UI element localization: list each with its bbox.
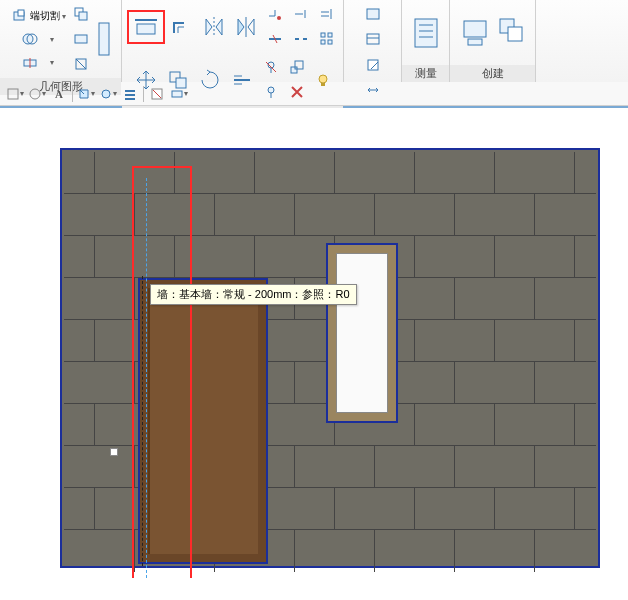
- svg-point-16: [277, 16, 281, 20]
- ribbon: 端切割 ▾ ▾ ▾: [0, 0, 628, 108]
- view-btn-3[interactable]: [361, 53, 385, 77]
- svg-rect-43: [367, 9, 379, 19]
- svg-rect-66: [172, 91, 182, 97]
- svg-rect-56: [468, 39, 482, 45]
- svg-point-41: [319, 75, 327, 83]
- ribbon-panel-measure: 测量: [402, 0, 450, 82]
- split-geometry-button[interactable]: ▾: [9, 51, 67, 73]
- mirror-pick-button[interactable]: [199, 12, 229, 42]
- geo-tool-2[interactable]: [69, 27, 93, 51]
- cut-label: 端切割: [30, 9, 60, 23]
- create-button-1[interactable]: [458, 9, 492, 57]
- opt-btn-4[interactable]: [99, 85, 117, 103]
- split-element-button[interactable]: [263, 27, 287, 51]
- svg-rect-42: [321, 83, 325, 86]
- panel-label-create: 创建: [450, 65, 535, 82]
- geo-tool-3[interactable]: [69, 52, 93, 76]
- view-btn-2[interactable]: [361, 27, 385, 51]
- svg-rect-27: [321, 40, 325, 44]
- svg-rect-13: [137, 24, 155, 34]
- highlighted-tool: [127, 10, 165, 44]
- svg-rect-55: [464, 21, 486, 37]
- scale-button[interactable]: [285, 55, 309, 79]
- offset-button[interactable]: [167, 12, 197, 42]
- svg-rect-58: [508, 27, 522, 41]
- ribbon-panel-modify: 修改: [122, 0, 344, 82]
- pin-button[interactable]: [259, 80, 283, 104]
- element-tooltip: 墙：基本墙：常规 - 200mm：参照：R0: [150, 284, 357, 305]
- measure-button[interactable]: [409, 9, 443, 57]
- svg-rect-39: [291, 67, 297, 73]
- geo-tool-1[interactable]: [69, 2, 93, 26]
- trim-corner-button[interactable]: [263, 2, 287, 26]
- geo-tool-4[interactable]: [95, 15, 113, 63]
- svg-rect-62: [125, 90, 135, 92]
- svg-rect-28: [328, 40, 332, 44]
- opt-btn-5[interactable]: [121, 85, 139, 103]
- svg-rect-63: [125, 94, 135, 96]
- svg-rect-26: [328, 33, 332, 37]
- svg-rect-59: [8, 89, 18, 99]
- svg-rect-25: [321, 33, 325, 37]
- text-icon[interactable]: A: [50, 85, 68, 103]
- window-glass: [336, 253, 388, 413]
- door-handle-icon: [110, 448, 118, 456]
- rotate-button[interactable]: [195, 65, 225, 95]
- svg-rect-44: [367, 34, 379, 44]
- trim-extend-button[interactable]: [227, 65, 257, 95]
- opt-btn-7[interactable]: [170, 85, 188, 103]
- svg-rect-46: [368, 60, 378, 70]
- ribbon-panel-empty: [536, 0, 628, 82]
- door-panel: [148, 288, 258, 554]
- svg-rect-8: [75, 35, 87, 43]
- split-gap-button[interactable]: [289, 27, 313, 51]
- view-btn-4[interactable]: [361, 78, 385, 102]
- trim-multi-button[interactable]: [315, 2, 339, 26]
- wall-view: 墙：基本墙：常规 - 200mm：参照：R0: [60, 148, 600, 568]
- array-button[interactable]: [315, 27, 339, 51]
- opt-btn-3[interactable]: [77, 85, 95, 103]
- opt-btn-1[interactable]: [6, 85, 24, 103]
- trim-single-button[interactable]: [289, 2, 313, 26]
- door-element[interactable]: [138, 278, 268, 564]
- delete-button[interactable]: [285, 80, 309, 104]
- window-element[interactable]: [326, 243, 398, 423]
- svg-rect-11: [99, 23, 109, 55]
- svg-line-10: [76, 59, 86, 69]
- view-btn-1[interactable]: [361, 2, 385, 26]
- svg-point-37: [268, 87, 274, 93]
- svg-rect-7: [79, 12, 87, 20]
- mirror-draw-button[interactable]: [231, 12, 261, 42]
- align-button[interactable]: [131, 14, 161, 40]
- create-button-2[interactable]: [494, 9, 528, 57]
- cut-geometry-button[interactable]: 端切割 ▾: [9, 5, 67, 27]
- canvas[interactable]: 墙：基本墙：常规 - 200mm：参照：R0: [0, 108, 628, 578]
- lightbulb-icon[interactable]: [311, 68, 335, 92]
- svg-rect-64: [125, 98, 135, 100]
- svg-rect-1: [18, 10, 24, 16]
- ribbon-panel-row: 端切割 ▾ ▾ ▾: [0, 0, 628, 82]
- svg-rect-51: [415, 19, 437, 47]
- svg-point-61: [102, 90, 110, 98]
- ribbon-panel-view: 视图: [344, 0, 402, 82]
- ribbon-panel-geometry: 端切割 ▾ ▾ ▾: [0, 0, 122, 82]
- opt-btn-6[interactable]: [148, 85, 166, 103]
- ribbon-panel-create: 创建: [450, 0, 536, 82]
- join-geometry-button[interactable]: ▾: [9, 28, 67, 50]
- panel-label-measure: 测量: [402, 65, 449, 82]
- opt-btn-2[interactable]: [28, 85, 46, 103]
- svg-point-60: [30, 89, 40, 99]
- unpin-button[interactable]: [259, 55, 283, 79]
